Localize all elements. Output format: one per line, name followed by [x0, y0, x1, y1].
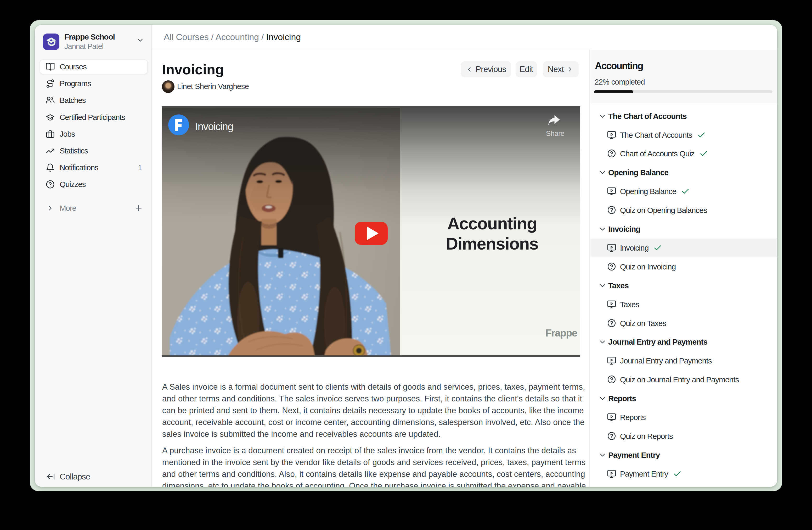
svg-text:Dimensions: Dimensions: [446, 234, 538, 253]
svg-text:Frappe: Frappe: [546, 327, 577, 338]
svg-text:Invoicing: Invoicing: [195, 121, 233, 132]
svg-text:Share: Share: [546, 129, 565, 138]
